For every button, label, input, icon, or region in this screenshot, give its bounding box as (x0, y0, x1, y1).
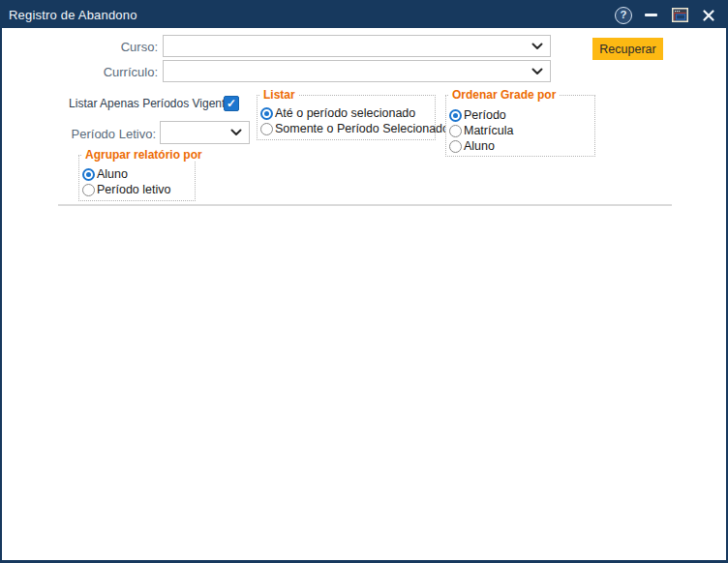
radio-unselected-icon (449, 140, 462, 153)
check-icon: ✓ (227, 97, 236, 110)
maximize-window-icon (672, 8, 688, 22)
horizontal-separator (58, 204, 672, 206)
agrupar-relatorio-groupbox: Agrupar relatório por Aluno Período leti… (78, 155, 196, 201)
radio-selected-icon (82, 168, 95, 181)
registro-abandono-window: Registro de Abandono ? (0, 0, 728, 563)
radio-somente-periodo-selecionado[interactable]: Somente o Período Selecionado (260, 122, 431, 135)
radio-selected-icon (260, 107, 273, 120)
curso-label: Curso: (21, 40, 158, 54)
curso-dropdown[interactable] (163, 35, 551, 57)
listar-groupbox: Listar Até o período selecionado Somente… (257, 95, 436, 140)
chevron-down-icon (531, 43, 543, 50)
listar-groupbox-title: Listar (260, 88, 298, 102)
agrupar-relatorio-groupbox-title: Agrupar relatório por (82, 148, 205, 162)
chevron-down-icon (230, 129, 242, 136)
minimize-icon (645, 14, 657, 16)
periodo-letivo-label: Período Letivo: (21, 127, 156, 141)
minimize-button[interactable] (641, 6, 660, 25)
close-button[interactable] (699, 6, 718, 25)
radio-unselected-icon (82, 184, 95, 196)
help-icon: ? (615, 7, 632, 24)
form-area: Curso: Currículo: Recuperar Listar Apena… (2, 28, 726, 560)
radio-selected-icon (449, 109, 462, 122)
radio-agrupar-aluno[interactable]: Aluno (82, 167, 191, 181)
window-title: Registro de Abandono (2, 8, 137, 22)
curriculo-dropdown[interactable] (163, 60, 551, 82)
radio-ordenar-aluno[interactable]: Aluno (449, 139, 591, 153)
vigentes-checkbox[interactable]: ✓ (224, 96, 239, 111)
vigentes-checkbox-label: Listar Apenas Períodos Vigentes (69, 97, 237, 110)
radio-ate-periodo-selecionado[interactable]: Até o período selecionado (260, 106, 431, 120)
radio-unselected-icon (449, 125, 462, 137)
titlebar: Registro de Abandono ? (2, 2, 726, 28)
ordenar-grade-groupbox-title: Ordenar Grade por (449, 88, 559, 102)
radio-agrupar-periodo-letivo[interactable]: Período letivo (82, 183, 191, 196)
radio-ordenar-matricula[interactable]: Matrícula (449, 124, 591, 137)
curriculo-label: Currículo: (21, 65, 158, 79)
radio-unselected-icon (260, 123, 273, 135)
ordenar-grade-groupbox: Ordenar Grade por Período Matrícula Alun… (445, 95, 595, 157)
titlebar-controls: ? (615, 6, 726, 25)
recuperar-button[interactable]: Recuperar (592, 38, 663, 60)
radio-ordenar-periodo[interactable]: Período (449, 108, 591, 122)
maximize-button[interactable] (669, 6, 690, 25)
periodo-letivo-dropdown[interactable] (160, 121, 250, 144)
close-icon (703, 10, 714, 21)
help-button[interactable]: ? (615, 7, 632, 24)
vigentes-checkbox-row: Listar Apenas Períodos Vigentes (21, 97, 240, 110)
chevron-down-icon (531, 68, 543, 75)
